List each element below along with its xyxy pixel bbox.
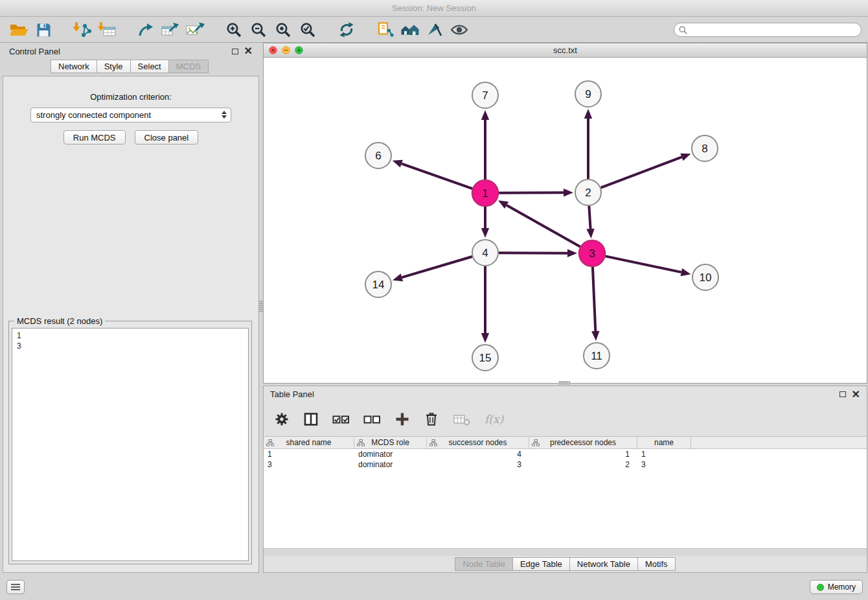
vertical-splitter-handle[interactable]	[259, 300, 263, 312]
column-label: MCDS role	[371, 438, 409, 447]
home-icon[interactable]	[398, 19, 422, 41]
zoom-fit-icon[interactable]	[271, 19, 295, 41]
tab-edge-table[interactable]: Edge Table	[512, 557, 569, 571]
cell-name[interactable]: 1	[637, 449, 691, 459]
network-window-title: scc.txt	[553, 45, 577, 55]
graph-edge-arrowhead	[591, 331, 599, 341]
table-panel: Table Panel ✕	[263, 386, 867, 573]
memory-status-icon	[817, 584, 824, 591]
open-session-icon[interactable]	[6, 19, 31, 41]
cell-shared-name[interactable]: 3	[264, 459, 354, 470]
export-image-icon[interactable]	[183, 19, 207, 41]
eye-icon[interactable]	[447, 19, 472, 41]
graph-edge-2-8[interactable]	[601, 157, 682, 187]
column-header-predecessor-nodes[interactable]: predecessor nodes	[529, 437, 637, 448]
column-label: shared name	[286, 438, 331, 447]
import-table-icon[interactable]	[95, 19, 119, 41]
column-header-mcds-role[interactable]: MCDS role	[354, 437, 427, 448]
cell-successor-nodes[interactable]: 4	[427, 449, 529, 459]
column-header-successor-nodes[interactable]: successor nodes	[427, 437, 529, 448]
graph-edge-2-3[interactable]	[589, 206, 590, 229]
cell-predecessor-nodes[interactable]: 2	[529, 459, 637, 470]
mcds-result-legend: MCDS result (2 nodes)	[14, 316, 105, 326]
tab-select[interactable]: Select	[130, 60, 168, 73]
graph-edge-arrowhead	[393, 273, 403, 281]
graph-edge-arrowhead	[586, 229, 594, 238]
search-icon	[679, 26, 687, 34]
tab-node-table[interactable]: Node Table	[455, 557, 512, 571]
optimization-criterion-label: Optimization criterion:	[3, 92, 258, 102]
memory-button[interactable]: Memory	[810, 580, 863, 594]
zoom-selected-icon[interactable]	[295, 19, 320, 41]
duplicate-network-icon[interactable]	[373, 19, 398, 41]
cell-name[interactable]: 3	[637, 459, 691, 470]
graph-node-label: 4	[482, 247, 488, 259]
add-column-icon[interactable]	[394, 411, 410, 427]
column-edit-icon	[266, 439, 274, 446]
minimize-window-icon[interactable]	[282, 46, 290, 54]
column-header-name[interactable]: name	[637, 437, 691, 448]
result-item[interactable]: 3	[17, 341, 244, 351]
graph-node-label: 2	[585, 187, 591, 199]
float-table-panel-icon[interactable]	[839, 391, 846, 397]
control-panel: Control Panel ✕ Network Style Select MCD…	[1, 43, 260, 573]
window-title: Session: New Session	[0, 0, 868, 17]
graph-edge-3-11[interactable]	[593, 267, 595, 331]
select-all-icon[interactable]	[332, 411, 350, 427]
graph-node-label: 14	[372, 279, 385, 291]
graph-edge-arrowhead	[481, 333, 489, 343]
close-table-panel-icon[interactable]: ✕	[852, 391, 860, 398]
zoom-in-icon[interactable]	[222, 19, 246, 41]
delete-column-icon[interactable]	[424, 411, 439, 427]
run-mcds-button[interactable]: Run MCDS	[63, 130, 126, 144]
cell-predecessor-nodes[interactable]: 1	[529, 449, 637, 459]
criterion-select-value: strongly connected component	[36, 110, 151, 120]
table-header-row: shared name MCDS role successor nodes	[264, 437, 867, 449]
column-header-shared-name[interactable]: shared name	[264, 437, 354, 448]
cell-mcds-role[interactable]: dominator	[354, 449, 427, 459]
graph-edge-4-3[interactable]	[499, 253, 567, 253]
zoom-window-icon[interactable]	[295, 46, 303, 54]
graph-edge-arrowhead	[481, 110, 489, 120]
deselect-all-icon[interactable]	[363, 411, 381, 427]
save-session-icon[interactable]	[31, 19, 56, 41]
graph-node-label: 8	[702, 143, 707, 155]
close-panel-button[interactable]: Close panel	[135, 130, 199, 144]
settings-icon[interactable]	[274, 411, 290, 427]
graph-node-label: 15	[479, 352, 492, 364]
horizontal-splitter-handle[interactable]	[558, 381, 570, 385]
import-network-icon[interactable]	[70, 19, 95, 41]
float-panel-icon[interactable]	[232, 49, 238, 54]
tab-network[interactable]: Network	[51, 60, 97, 73]
apply-style-icon[interactable]	[422, 19, 447, 41]
tab-mcds[interactable]: MCDS	[168, 60, 209, 73]
cell-successor-nodes[interactable]: 3	[427, 459, 529, 470]
column-label: predecessor nodes	[550, 438, 616, 447]
graph-node-label: 11	[591, 350, 602, 362]
graph-edge-1-2[interactable]	[499, 192, 564, 193]
graph-edge-1-6[interactable]	[402, 164, 472, 189]
tab-motifs[interactable]: Motifs	[637, 557, 676, 571]
cell-shared-name[interactable]: 1	[264, 449, 354, 459]
export-network-icon[interactable]	[133, 19, 158, 41]
tab-style[interactable]: Style	[97, 60, 130, 73]
graph-edge-4-14[interactable]	[402, 257, 472, 277]
task-history-button[interactable]	[6, 580, 25, 594]
zoom-out-icon[interactable]	[246, 19, 271, 41]
export-table-icon[interactable]	[158, 19, 183, 41]
close-panel-icon[interactable]: ✕	[244, 47, 253, 55]
table-tabs: Node Table Edge Table Network Table Moti…	[264, 556, 867, 572]
graph-edge-arrowhead	[584, 109, 592, 119]
horizontal-scrollbar[interactable]	[264, 548, 867, 556]
refresh-icon[interactable]	[334, 19, 359, 41]
result-item[interactable]: 1	[17, 330, 244, 341]
toggle-columns-icon[interactable]	[303, 411, 319, 427]
network-canvas[interactable]: 7968124314101511	[264, 58, 867, 383]
criterion-select[interactable]: strongly connected component	[30, 108, 231, 122]
tab-network-table[interactable]: Network Table	[569, 557, 637, 571]
graph-edge-3-10[interactable]	[606, 256, 681, 272]
graph-edge-3-1[interactable]	[507, 205, 580, 247]
cell-mcds-role[interactable]: dominator	[354, 459, 427, 470]
search-input[interactable]	[691, 24, 856, 36]
close-window-icon[interactable]	[269, 46, 277, 54]
